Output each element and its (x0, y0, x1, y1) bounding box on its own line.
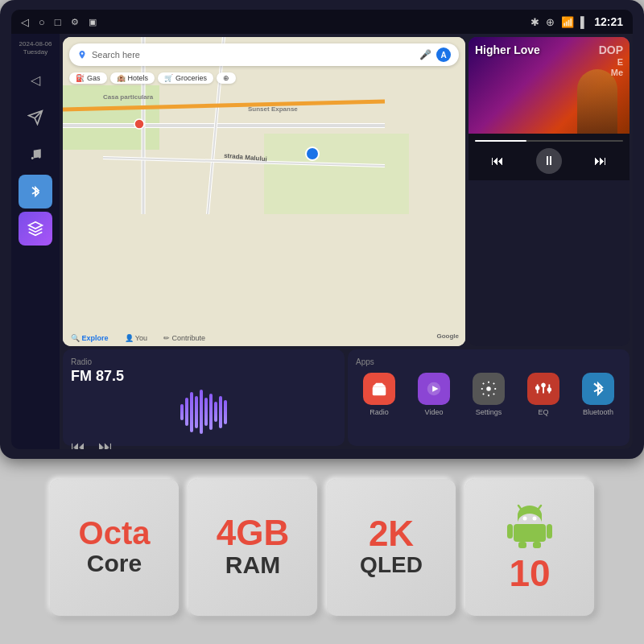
radio-controls: ⏮ ⏭ (71, 434, 336, 449)
svg-rect-39 (518, 542, 526, 548)
music-progress (475, 140, 623, 142)
mic-icon[interactable]: 🎤 (419, 49, 431, 60)
spec-octa-core: Octa Core (50, 479, 179, 616)
contribute-tab[interactable]: ✏ Contribute (163, 334, 205, 342)
sidebar-layers-btn[interactable] (19, 212, 52, 246)
spec-ram-label: RAM (225, 551, 280, 580)
explore-tab[interactable]: 🔍 Explore (71, 334, 109, 342)
android-version-label: 10 (509, 555, 550, 592)
svg-rect-38 (547, 524, 552, 539)
time-display: 12:21 (594, 15, 623, 28)
screen: ◁ ○ □ ⚙ ▣ ✱ ⊕ 📶 ▌ 12:21 2024-08-06 Tuesd… (11, 10, 633, 449)
sidebar-bluetooth-btn[interactable] (19, 175, 52, 208)
svg-rect-40 (533, 542, 541, 548)
wave-bar-6 (204, 398, 208, 426)
profile-icon[interactable]: A (436, 47, 451, 62)
settings-app-icon (473, 373, 505, 405)
app-video[interactable]: Video (418, 373, 450, 416)
radio-panel: Radio FM 87.5 (63, 349, 345, 446)
radio-next-btn[interactable]: ⏭ (98, 439, 113, 449)
svg-marker-0 (29, 221, 43, 228)
map-label-casa: Casa particulara (103, 93, 153, 101)
apps-label: Apps (356, 357, 621, 366)
music-panel: Higher Love DOP E Me (469, 37, 630, 346)
svg-point-28 (542, 384, 545, 387)
circle-icon[interactable]: ○ (39, 16, 45, 28)
back-arrow-icon[interactable]: ◁ (21, 16, 29, 28)
video-app-label: Video (425, 408, 444, 416)
google-logo: Google (436, 332, 459, 340)
music-brand: DOP E Me (599, 43, 623, 78)
svg-point-34 (523, 516, 527, 520)
spec-qled-label: QLED (360, 551, 423, 579)
bottom-row: Radio FM 87.5 (63, 349, 630, 446)
apps-panel: Apps Radio (348, 349, 630, 446)
date-display: 2024-08-06 Tuesday (19, 40, 52, 57)
eq-app-label: EQ (538, 408, 548, 416)
next-track-btn[interactable]: ⏭ (594, 154, 607, 168)
wave-bar-4 (195, 396, 198, 428)
svg-point-14 (134, 119, 144, 129)
status-bar: ◁ ○ □ ⚙ ▣ ✱ ⊕ 📶 ▌ 12:21 (11, 10, 633, 34)
spec-ram: 4GB RAM (188, 479, 317, 616)
svg-point-35 (533, 516, 537, 520)
wave-bar-3 (190, 392, 193, 432)
radio-frequency: FM 87.5 (71, 368, 336, 385)
wave-bar-1 (180, 404, 184, 420)
layers-tab[interactable]: ⊕ (217, 72, 236, 84)
spec-octa-label: Octa (79, 517, 151, 549)
sidebar-music-btn[interactable] (19, 138, 52, 171)
svg-rect-37 (507, 524, 513, 539)
app-bluetooth[interactable]: Bluetooth (582, 373, 614, 416)
status-left: ◁ ○ □ ⚙ ▣ (21, 16, 97, 28)
wave-bar-10 (224, 400, 227, 424)
video-app-icon (418, 373, 450, 405)
sidebar-send-btn[interactable] (19, 101, 52, 134)
map-bottom-tabs: 🔍 Explore 👤 You ✏ Contribute (63, 334, 465, 342)
radio-prev-btn[interactable]: ⏮ (71, 439, 85, 449)
signal-icon: ▌ (580, 16, 588, 28)
square-icon[interactable]: □ (55, 16, 61, 28)
bluetooth-app-label: Bluetooth (583, 408, 613, 416)
svg-point-15 (81, 52, 84, 55)
screenshot-icon: ▣ (89, 17, 97, 27)
content-panels: Search here 🎤 A ⛽ Gas 🏨 Hotels 🛒 Groceri… (60, 34, 633, 449)
wave-bar-7 (209, 394, 213, 430)
radio-label: Radio (71, 357, 336, 366)
wifi-icon: 📶 (561, 16, 574, 28)
map-panel[interactable]: Search here 🎤 A ⛽ Gas 🏨 Hotels 🛒 Groceri… (63, 37, 465, 346)
sidebar-navigation-btn[interactable]: ◁ (19, 64, 52, 97)
prev-track-btn[interactable]: ⏮ (491, 154, 504, 168)
android-robot-icon (506, 504, 554, 548)
map-search-bar[interactable]: Search here 🎤 A (69, 43, 459, 66)
specs-area: Octa Core 4GB RAM 2K QLED 10 (0, 459, 644, 636)
bluetooth-app-icon (582, 373, 614, 405)
svg-point-31 (548, 388, 551, 391)
wave-bar-8 (214, 402, 217, 422)
settings-app-label: Settings (476, 408, 502, 416)
app-settings[interactable]: Settings (473, 373, 505, 416)
gas-tab[interactable]: ⛽ Gas (69, 72, 107, 84)
status-right: ✱ ⊕ 📶 ▌ 12:21 (530, 15, 623, 28)
device-frame: ◁ ○ □ ⚙ ▣ ✱ ⊕ 📶 ▌ 12:21 2024-08-06 Tuesd… (0, 0, 644, 459)
app-eq[interactable]: EQ (527, 373, 559, 416)
map-tabs: ⛽ Gas 🏨 Hotels 🛒 Groceries ⊕ (69, 72, 459, 84)
album-figure (577, 69, 617, 134)
location-icon: ⊕ (546, 16, 555, 28)
google-maps-icon (77, 50, 87, 60)
song-title: Higher Love (475, 43, 540, 56)
svg-point-25 (536, 386, 539, 390)
hotels-tab[interactable]: 🏨 Hotels (110, 72, 155, 84)
groceries-tab[interactable]: 🛒 Groceries (158, 72, 213, 84)
apps-grid: Radio Video (356, 373, 621, 416)
spec-4gb-label: 4GB (217, 515, 289, 551)
play-pause-btn[interactable]: ⏸ (536, 148, 562, 174)
wave-bar-2 (185, 398, 188, 426)
radio-waveform (71, 390, 336, 434)
svg-rect-36 (514, 524, 546, 542)
app-radio[interactable]: Radio (363, 373, 395, 416)
wave-bar-9 (219, 396, 222, 428)
bluetooth-status-icon: ✱ (530, 16, 539, 28)
map-label-sunset: Sunset Expanse (248, 105, 298, 113)
you-tab[interactable]: 👤 You (125, 334, 148, 342)
